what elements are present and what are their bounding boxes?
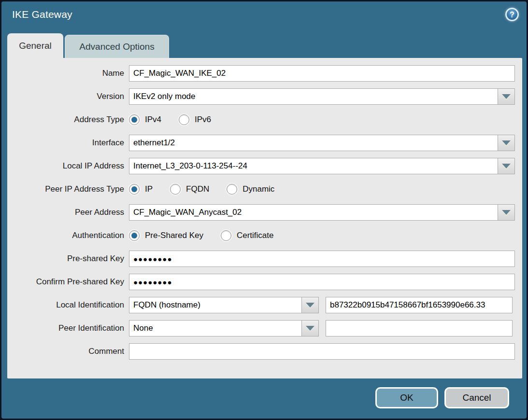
local-ip-combobox — [129, 158, 515, 174]
local-ip-label: Local IP Address — [7, 161, 129, 171]
interface-dropdown-button[interactable] — [498, 135, 515, 151]
radio-certificate[interactable] — [221, 230, 231, 241]
chevron-down-icon — [502, 94, 511, 99]
tab-general[interactable]: General — [7, 33, 63, 58]
psk-confirm-label: Confirm Pre-shared Key — [7, 277, 129, 287]
authentication-label: Authentication — [7, 231, 129, 240]
radio-peer-dynamic[interactable] — [227, 184, 237, 195]
form-row-interface: Interface — [7, 135, 522, 151]
chevron-down-icon — [502, 210, 511, 215]
form-row-comment: Comment — [7, 343, 522, 360]
local-ip-dropdown-button[interactable] — [498, 158, 515, 174]
general-tab-panel: Name Version Address Type IPv4 — [7, 58, 522, 378]
version-dropdown-button[interactable] — [498, 88, 515, 105]
local-identification-type-input[interactable] — [129, 297, 302, 313]
peer-address-dropdown-button[interactable] — [498, 204, 515, 221]
peer-address-label: Peer Address — [7, 208, 129, 217]
local-identification-dropdown-button[interactable] — [301, 297, 319, 313]
psk-label: Pre-shared Key — [7, 254, 129, 264]
comment-input[interactable] — [129, 343, 515, 360]
form-row-name: Name — [7, 65, 522, 82]
peer-identification-label: Peer Identification — [7, 323, 129, 333]
local-identification-label: Local Identification — [7, 300, 129, 310]
tab-bar: General Advanced Options — [7, 33, 169, 58]
form-row-authentication: Authentication Pre-Shared Key Certificat… — [7, 227, 522, 244]
local-identification-type-combobox — [129, 297, 319, 313]
radio-ipv6-label: IPv6 — [195, 115, 211, 125]
dialog-footer: OK Cancel — [375, 387, 509, 408]
radio-pre-shared-key[interactable] — [129, 230, 140, 241]
chevron-down-icon — [502, 140, 511, 145]
form-row-address-type: Address Type IPv4 IPv6 — [7, 112, 522, 128]
form-row-peer-identification: Peer Identification — [7, 320, 522, 336]
ike-gateway-dialog: IKE Gateway ? General Advanced Options N… — [0, 0, 528, 420]
tab-advanced-options[interactable]: Advanced Options — [65, 35, 169, 58]
ok-button[interactable]: OK — [375, 387, 438, 408]
radio-peer-fqdn[interactable] — [170, 184, 181, 195]
name-label: Name — [7, 69, 129, 78]
peer-address-input[interactable] — [129, 204, 498, 221]
version-label: Version — [7, 92, 129, 101]
name-input[interactable] — [129, 65, 515, 82]
form-row-peer-ip-type: Peer IP Address Type IP FQDN Dynamic — [7, 181, 522, 197]
form-row-local-ip: Local IP Address — [7, 158, 522, 174]
radio-peer-fqdn-label: FQDN — [186, 184, 209, 194]
local-ip-input[interactable] — [129, 158, 498, 174]
radio-ipv4[interactable] — [129, 114, 140, 125]
address-type-label: Address Type — [7, 115, 129, 125]
peer-address-combobox — [129, 204, 515, 221]
radio-certificate-label: Certificate — [237, 231, 274, 240]
cancel-button[interactable]: Cancel — [444, 387, 509, 408]
psk-input[interactable] — [129, 251, 515, 267]
peer-ip-type-label: Peer IP Address Type — [7, 184, 129, 194]
chevron-down-icon — [306, 303, 314, 308]
peer-identification-type-combobox — [129, 320, 319, 336]
peer-identification-type-input[interactable] — [129, 320, 302, 336]
form-row-local-identification: Local Identification — [7, 297, 522, 313]
radio-peer-dynamic-label: Dynamic — [243, 184, 274, 194]
interface-combobox — [129, 135, 515, 151]
radio-pre-shared-key-label: Pre-Shared Key — [145, 231, 203, 240]
peer-identification-value-input[interactable] — [326, 320, 513, 336]
form-row-version: Version — [7, 88, 522, 105]
radio-ipv6[interactable] — [179, 114, 189, 125]
chevron-down-icon — [502, 164, 511, 168]
version-input[interactable] — [129, 88, 498, 105]
form-row-psk-confirm: Confirm Pre-shared Key — [7, 274, 522, 290]
peer-identification-dropdown-button[interactable] — [301, 320, 319, 336]
form-row-psk: Pre-shared Key — [7, 251, 522, 267]
help-icon[interactable]: ? — [505, 8, 519, 21]
form-row-peer-address: Peer Address — [7, 204, 522, 221]
chevron-down-icon — [306, 326, 314, 331]
radio-peer-ip-label: IP — [145, 184, 153, 194]
version-combobox — [129, 88, 515, 105]
radio-peer-ip[interactable] — [129, 184, 140, 195]
local-identification-value-input[interactable] — [326, 297, 513, 313]
interface-label: Interface — [7, 138, 129, 148]
dialog-title: IKE Gateway — [12, 9, 72, 20]
comment-label: Comment — [7, 347, 129, 356]
psk-confirm-input[interactable] — [129, 274, 515, 290]
radio-ipv4-label: IPv4 — [145, 115, 161, 125]
interface-input[interactable] — [129, 135, 498, 151]
